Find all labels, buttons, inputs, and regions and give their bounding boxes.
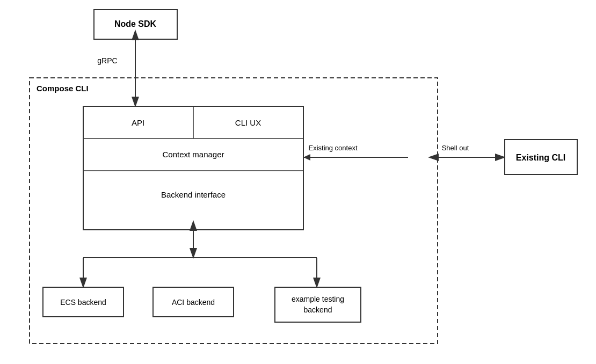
grpc-label: gRPC [97, 56, 117, 65]
cli-ux-label: CLI UX [235, 118, 261, 127]
existing-context-label: Existing context [308, 144, 357, 152]
backend-interface-label: Backend interface [161, 190, 226, 199]
existing-context-arrowhead [303, 154, 310, 161]
api-label: API [132, 118, 144, 127]
compose-cli-label: Compose CLI [37, 84, 89, 93]
ecs-backend-label: ECS backend [60, 298, 106, 307]
example-testing-backend-label-line1: example testing [292, 295, 344, 303]
example-testing-backend-label-line2: backend [304, 305, 332, 314]
shell-out-label: Shell out [442, 144, 469, 152]
node-sdk-label: Node SDK [114, 19, 157, 28]
aci-backend-label: ACI backend [172, 298, 215, 307]
example-testing-backend-box [275, 287, 361, 322]
diagram-container: Node SDK gRPC Compose CLI API CLI UX Con… [0, 0, 596, 364]
context-manager-label: Context manager [162, 150, 224, 159]
existing-cli-label: Existing CLI [516, 153, 565, 162]
